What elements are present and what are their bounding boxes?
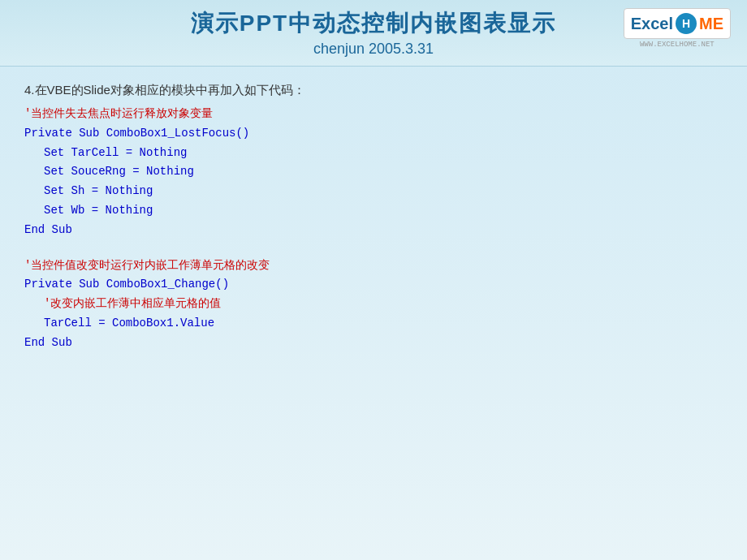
svg-text:H: H [682,17,690,30]
sub-title: chenjun 2005.3.31 [191,41,556,58]
code-line-2: Set TarCell = Nothing [24,144,723,163]
main-title: 演示PPT中动态控制内嵌图表显示 [191,8,556,39]
main-content: 4.在VBE的Slide对象相应的模块中再加入如下代码： '当控件失去焦点时运行… [0,67,747,369]
page-container: 演示PPT中动态控制内嵌图表显示 chenjun 2005.3.31 Excel… [0,0,747,560]
code-line-8: '改变内嵌工作薄中相应单元格的值 [24,295,723,314]
code-line-4: Set Sh = Nothing [24,182,723,201]
logo-home-text: ME [699,15,723,33]
header-title-block: 演示PPT中动态控制内嵌图表显示 chenjun 2005.3.31 [191,8,556,58]
code-block-2: '当控件值改变时运行对内嵌工作薄单元格的改变 Private Sub Combo… [24,256,723,353]
code-line-5: Set Wb = Nothing [24,201,723,221]
comment-line-1: '当控件失去焦点时运行释放对象变量 [24,105,723,124]
logo: Excel H ME [624,8,731,39]
section-title: 4.在VBE的Slide对象相应的模块中再加入如下代码： [24,83,723,98]
logo-url: WWW.EXCELHOME.NET [624,41,731,49]
logo-icon: H [675,12,697,35]
code-line-1: Private Sub ComboBox1_LostFocus() [24,124,723,144]
code-line-10: End Sub [24,334,723,353]
logo-container: Excel H ME WWW.EXCELHOME.NET [624,8,731,49]
code-line-3: Set SouceRng = Nothing [24,162,723,182]
code-line-9: TarCell = ComboBox1.Value [24,314,723,334]
header: 演示PPT中动态控制内嵌图表显示 chenjun 2005.3.31 Excel… [0,0,747,67]
logo-excel-text: Excel [631,15,673,33]
code-line-7: Private Sub ComboBox1_Change() [24,275,723,295]
comment-line-2: '当控件值改变时运行对内嵌工作薄单元格的改变 [24,256,723,276]
code-line-6: End Sub [24,221,723,240]
code-block-1: '当控件失去焦点时运行释放对象变量 Private Sub ComboBox1_… [24,105,723,240]
